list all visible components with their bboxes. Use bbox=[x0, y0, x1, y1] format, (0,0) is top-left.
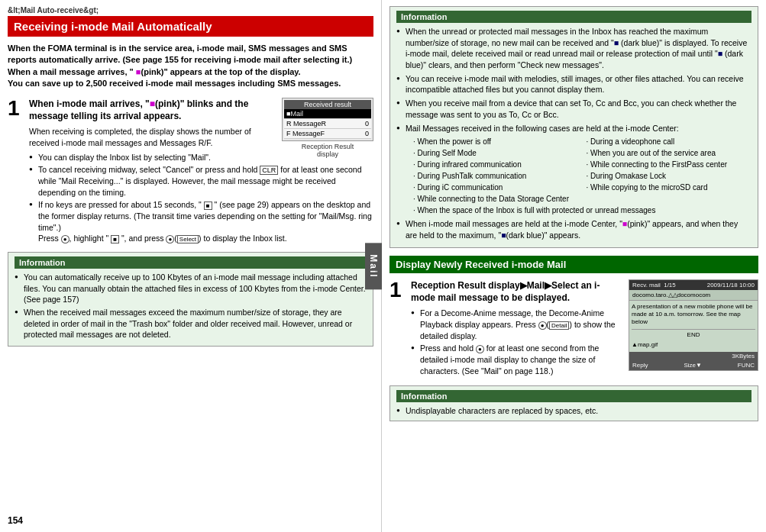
right-info-item: Mail Messages received in the following … bbox=[396, 123, 751, 217]
info-header: Information bbox=[15, 256, 367, 269]
right-info-item: When the unread or protected mail messag… bbox=[396, 26, 751, 71]
right-top-info-box: Information When the unread or protected… bbox=[389, 6, 758, 248]
intro-text: When the FOMA terminal is in the service… bbox=[8, 43, 373, 90]
section-heading: Display Newly Received i-mode Mail bbox=[389, 256, 758, 273]
info-item: You can automatically receive up to 100 … bbox=[15, 272, 367, 305]
step1-section: 1 Received result ■Mail R MessageR0 F Me… bbox=[8, 98, 373, 246]
left-info-box: Information You can automatically receiv… bbox=[8, 252, 373, 347]
bullet-item: You can display the Inbox list by select… bbox=[29, 152, 373, 163]
step1-image: Received result ■Mail R MessageR0 F Mess… bbox=[282, 98, 373, 158]
right-info-header: Information bbox=[396, 11, 751, 23]
right-info-item: You can receive i-mode mail with melodie… bbox=[396, 73, 751, 95]
bottom-info-list: Undisplayable characters are replaced by… bbox=[396, 405, 751, 417]
tag-line: &lt;Mail Auto-receive&gt; bbox=[8, 6, 373, 15]
right-step1-content: Recv. mail 1/15 2009/11/18 10:00 docomo.… bbox=[411, 279, 758, 379]
step1-number: 1 bbox=[8, 98, 23, 246]
right-bullet-item: Press and hold ● for at least one second… bbox=[411, 343, 758, 376]
phone-screen-header: Recv. mail 1/15 2009/11/18 10:00 bbox=[629, 280, 758, 290]
mail-tab: Mail bbox=[365, 243, 382, 289]
main-heading: Receiving i-mode Mail Automatically bbox=[8, 16, 373, 37]
step1-content: Received result ■Mail R MessageR0 F Mess… bbox=[29, 98, 373, 246]
screen-row-mail: ■Mail bbox=[284, 109, 371, 119]
screen-mockup: Received result ■Mail R MessageR0 F Mess… bbox=[282, 98, 373, 141]
bottom-info-item: Undisplayable characters are replaced by… bbox=[396, 405, 751, 417]
screen-header: Received result bbox=[284, 100, 371, 109]
bottom-info-header: Information bbox=[396, 390, 751, 402]
step1-bullets: You can display the Inbox list by select… bbox=[29, 152, 373, 245]
right-info-list: When the unread or protected mail messag… bbox=[396, 26, 751, 241]
right-info-item: When i-mode mail messages are held at th… bbox=[396, 218, 751, 240]
right-step1-number: 1 bbox=[389, 279, 405, 379]
left-column: &lt;Mail Auto-receive&gt; Receiving i-mo… bbox=[0, 0, 382, 532]
bullet-item: To cancel receiving midway, select "Canc… bbox=[29, 164, 373, 198]
right-info-item: When you receive mail from a device that… bbox=[396, 98, 751, 120]
bottom-info-box: Information Undisplayable characters are… bbox=[389, 385, 758, 421]
info-item: When the received mail messages exceed t… bbox=[15, 307, 367, 340]
bullet-item: If no keys are pressed for about 15 seco… bbox=[29, 199, 373, 244]
screen-row-messageR: R MessageR0 bbox=[284, 119, 371, 129]
screen-row-messageF: F MessageF0 bbox=[284, 129, 371, 139]
info-list: You can automatically receive up to 100 … bbox=[15, 272, 367, 340]
right-bullet-item: For a Decome-Anime message, the Decome-A… bbox=[411, 308, 758, 341]
right-column: Information When the unread or protected… bbox=[382, 0, 766, 532]
page-number: 154 bbox=[8, 515, 23, 526]
right-step1-section: 1 Recv. mail 1/15 2009/11/18 10:00 docom… bbox=[389, 279, 758, 379]
